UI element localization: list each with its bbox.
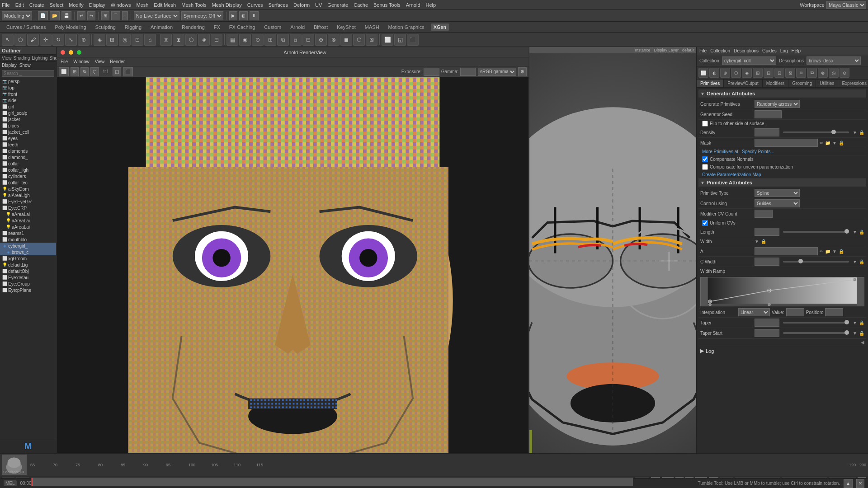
flip-surface-checkbox[interactable] (702, 121, 708, 127)
status-minimize-btn[interactable]: ▲ (844, 479, 853, 488)
outliner-display-btn[interactable]: Display (2, 63, 17, 68)
xgen-descriptions-link[interactable]: Descriptions (734, 48, 759, 53)
menu-windows[interactable]: Windows (111, 2, 131, 8)
mode-xgen[interactable]: XGen (431, 23, 449, 31)
menu-mesh-tools[interactable]: Mesh Tools (181, 2, 206, 8)
outliner-item-aiSkyDom[interactable]: 💡 aiSkyDom (0, 186, 56, 192)
width-a-input[interactable]: ${DESC}/paintmaps/BrowDensity_mask (755, 247, 818, 255)
deform-btn1[interactable]: ⧖ (160, 34, 172, 46)
xgen-icon11[interactable]: ⧉ (807, 68, 817, 78)
poly-btn3[interactable]: ⊙ (252, 34, 264, 46)
modifier-cv-input[interactable]: 8 (755, 210, 773, 218)
mode-fx-caching[interactable]: FX Caching (226, 23, 258, 31)
arnold-tb-btn2[interactable]: ⊞ (71, 67, 79, 76)
more-primitives-link[interactable]: More Primitives at (702, 149, 738, 154)
pause-btn[interactable]: ⏸ (250, 11, 259, 20)
outliner-item-girl-scalp[interactable]: ⬜ girl_scalp (0, 110, 56, 116)
arnold-tb-btn1[interactable]: ⬜ (59, 67, 69, 76)
select-tool-btn[interactable]: ↖ (2, 34, 14, 46)
width-expand-icon[interactable]: ▼ (755, 239, 759, 244)
ramp-position-input[interactable]: 3.000 (825, 308, 843, 316)
outliner-item-EyeCRP[interactable]: ⬜ Eye:CRP (0, 205, 56, 211)
outliner-item-aiAreaLigh[interactable]: 💡 aiAreaLigh (0, 192, 56, 198)
outliner-item-eye-group[interactable]: ⬜ Eye:Group (0, 281, 56, 287)
menu-cache[interactable]: Cache (354, 2, 368, 8)
mode-curves-surfaces[interactable]: Curves / Surfaces (4, 23, 48, 31)
outliner-item-diamond2[interactable]: ⬜ diamond_ (0, 154, 56, 160)
outliner-show-btn[interactable]: Show (19, 63, 31, 68)
compensate-uneven-checkbox[interactable] (702, 164, 708, 170)
poly-btn4[interactable]: ⊞ (264, 34, 276, 46)
mode-rigging[interactable]: Rigging (122, 23, 144, 31)
tab-primitives[interactable]: Primitives (697, 80, 724, 87)
deform-btn4[interactable]: ◈ (198, 34, 210, 46)
xgen-icon1[interactable]: ⬜ (698, 68, 708, 78)
width-lock-icon[interactable]: 🔒 (761, 239, 766, 244)
width-a-lock-icon[interactable]: 🔒 (839, 249, 844, 254)
length-expand-icon[interactable]: ▼ (853, 230, 857, 235)
mode-motion-graphics[interactable]: Motion Graphics (386, 23, 427, 31)
xgen-icon2[interactable]: ◐ (709, 68, 719, 78)
poly-btn5[interactable]: ⧉ (277, 34, 289, 46)
taper-lock-icon[interactable]: 🔒 (859, 320, 864, 325)
width-ramp-container[interactable] (698, 276, 866, 307)
mode-mash[interactable]: MASH (362, 23, 382, 31)
arnold-view-menu[interactable]: View (95, 59, 105, 64)
mode-bifrost[interactable]: Bifrost (311, 23, 330, 31)
poly-btn7[interactable]: ⊟ (302, 34, 314, 46)
outliner-view-menu[interactable]: View (2, 56, 12, 61)
tab-expressions[interactable]: Expressions (838, 80, 868, 87)
snap-btn4[interactable]: ⊡ (132, 34, 143, 46)
gamma-input[interactable]: 1.00 (460, 68, 476, 76)
poly-btn6[interactable]: ⧈ (290, 34, 302, 46)
xgen-icon8[interactable]: ⊡ (774, 68, 784, 78)
xgen-icon5[interactable]: ◈ (742, 68, 752, 78)
poly-btn2[interactable]: ◉ (239, 34, 251, 46)
arnold-file-menu[interactable]: File (61, 59, 68, 64)
snap-btn3[interactable]: ◎ (119, 34, 131, 46)
outliner-item-cylinders[interactable]: ⬜ cylinders (0, 173, 56, 179)
outliner-item-top[interactable]: 📷 top (0, 84, 56, 91)
generator-section-header[interactable]: ▼ Generator Attributes (698, 89, 866, 98)
menu-file[interactable]: File (2, 2, 10, 8)
arnold-render-menu[interactable]: Render (110, 59, 125, 64)
poly-btn10[interactable]: ◼ (340, 34, 352, 46)
length-lock-icon[interactable]: 🔒 (859, 230, 864, 235)
scale-tool-btn[interactable]: ⤡ (65, 34, 77, 46)
deform-btn5[interactable]: ⊟ (211, 34, 222, 46)
mask-edit-icon[interactable]: ✏ (820, 141, 823, 145)
outliner-item-girl[interactable]: ⬜ girl (0, 103, 56, 110)
mode-rendering[interactable]: Rendering (179, 23, 208, 31)
outliner-item-defaultLig[interactable]: 💡 defaultLig (0, 262, 56, 268)
xgen-help-link[interactable]: Help (791, 48, 801, 53)
snap-btn5[interactable]: ⌂ (144, 34, 156, 46)
c-width-slider[interactable] (783, 261, 849, 263)
tab-grooming[interactable]: Grooming (788, 80, 816, 87)
search-input[interactable] (2, 70, 54, 77)
xgen-icon13[interactable]: ◎ (829, 68, 839, 78)
xgen-collection-link[interactable]: Collection (710, 48, 730, 53)
primitive-section-header[interactable]: ▼ Primitive Attributes (698, 178, 866, 187)
exposure-input[interactable]: 0.00 (424, 68, 439, 76)
redo-btn[interactable]: ↪ (87, 11, 95, 20)
menu-arnold[interactable]: Arnold (406, 2, 420, 8)
workspace-dropdown[interactable]: Maya Classic (826, 1, 866, 9)
mode-sculpting[interactable]: Sculpting (93, 23, 118, 31)
outliner-item-pipes[interactable]: ⬜ pipes (0, 122, 56, 129)
arnold-channels-btn[interactable]: ⬛ (123, 67, 133, 76)
xgen-icon4[interactable]: ⬡ (731, 68, 741, 78)
density-slider[interactable] (783, 131, 849, 133)
outliner-item-xgGroom[interactable]: ⬜ xgGroom (0, 255, 56, 262)
outliner-item-front[interactable]: 📷 front (0, 91, 56, 97)
taper-start-lock-icon[interactable]: 🔒 (859, 331, 864, 336)
outliner-item-eye-pplane[interactable]: ⬜ Eye:pPlane (0, 287, 56, 293)
snapshot-thumbnail[interactable]: Snapshot_01 (2, 455, 27, 475)
menu-help[interactable]: Help (426, 2, 436, 8)
outliner-item-EyeGR[interactable]: ⬜ Eye:EyeGR (0, 198, 56, 205)
c-width-lock-icon[interactable]: 🔒 (859, 259, 864, 264)
poly-btn1[interactable]: ▦ (226, 34, 238, 46)
outliner-item-defaultObj[interactable]: ⬜ defaultObj (0, 268, 56, 274)
compensate-normals-checkbox[interactable] (702, 156, 708, 162)
deform-btn3[interactable]: ⬡ (185, 34, 197, 46)
mode-arnold[interactable]: Arnold (288, 23, 307, 31)
